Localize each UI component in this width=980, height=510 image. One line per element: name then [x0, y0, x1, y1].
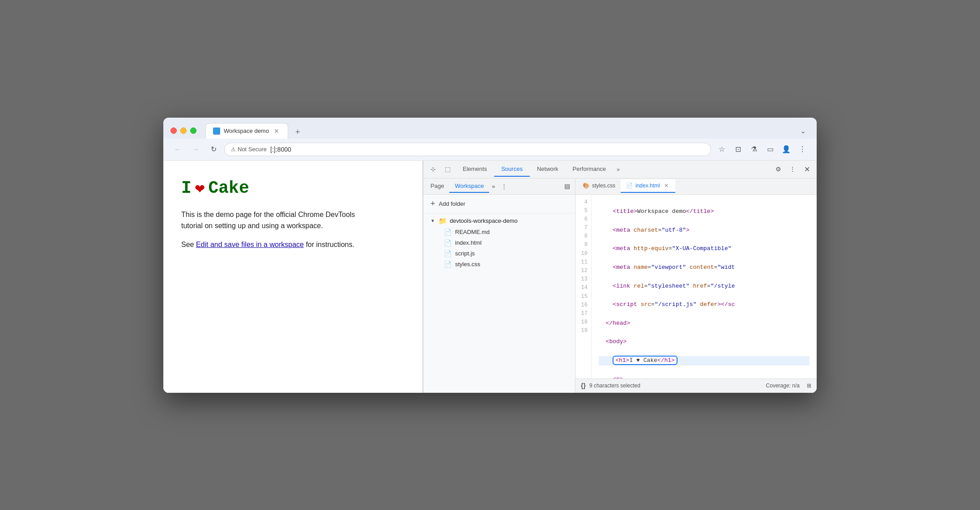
devtools-close-button[interactable]: ✕ — [801, 163, 813, 175]
status-left: {} 9 characters selected — [581, 382, 640, 389]
page-tab[interactable]: Page — [425, 180, 449, 193]
index-html-file-icon: 📄 — [626, 183, 633, 189]
title-bar: 🌐 Workspace demo ✕ + ⌄ — [163, 118, 817, 139]
sidebar-icon: ▤ — [564, 183, 570, 190]
file-indexhtml-name: index.html — [455, 239, 481, 246]
settings-icon: ⚙ — [775, 166, 781, 173]
heart-icon: ❤ — [195, 178, 205, 198]
folder-name: devtools-workspace-demo — [450, 217, 518, 224]
js-file-icon: 📄 — [444, 250, 452, 257]
tab-sources[interactable]: Sources — [494, 162, 530, 177]
code-tab-index-html[interactable]: 📄 index.html ✕ — [621, 179, 675, 193]
sources-sidebar: Page Workspace » ⋮ ▤ + Add — [423, 178, 575, 393]
code-tab-styles-css[interactable]: 🎨 styles.css — [577, 180, 621, 192]
traffic-lights — [170, 128, 196, 134]
devtools-body: Page Workspace » ⋮ ▤ + Add — [423, 178, 817, 393]
refresh-button[interactable]: ↻ — [206, 142, 221, 157]
devtools-status-bar: {} 9 characters selected Coverage: n/a ⊞ — [575, 378, 817, 393]
maximize-window-button[interactable] — [190, 128, 196, 134]
nav-action-icons: ☆ ⊡ ⚗ ▭ 👤 ⋮ — [715, 142, 810, 157]
devtools-tabs: Elements Sources Network Performance » — [456, 162, 770, 177]
close-tab-button[interactable]: ✕ — [663, 182, 670, 189]
not-secure-label: Not Secure — [238, 146, 267, 153]
workspace-link[interactable]: Edit and save files in a workspace — [196, 241, 304, 248]
styles-css-file-icon: 🎨 — [583, 183, 589, 189]
code-content[interactable]: 4 5 6 7 8 9 10 11 12 13 14 15 16 — [575, 195, 817, 378]
workspace-folder[interactable]: ▼ 📁 devtools-workspace-demo — [423, 215, 575, 227]
devtools-panel: ⊹ ⬚ Elements Sources Network — [423, 161, 817, 393]
devtools-menu-button[interactable]: ⋮ — [786, 163, 799, 175]
file-styles-css[interactable]: 📄 styles.css — [423, 259, 575, 270]
page-heading: I ❤ Cake — [181, 178, 405, 198]
sidebar-more-button[interactable]: » — [489, 181, 498, 191]
devtools-menu-icon: ⋮ — [789, 166, 796, 173]
extensions-button[interactable]: ⊡ — [731, 142, 745, 157]
index-html-tab-label: index.html — [635, 183, 660, 189]
body-p2-prefix: See — [181, 241, 196, 248]
profile-button[interactable]: 👤 — [779, 142, 793, 157]
sidebar-menu-button[interactable]: ⋮ — [499, 181, 510, 191]
close-icon: ✕ — [804, 165, 810, 174]
bookmark-button[interactable]: ☆ — [715, 142, 729, 157]
html-file-icon: 📄 — [444, 239, 452, 246]
body-p2-suffix: for instructions. — [304, 241, 354, 248]
file-tree: ▼ 📁 devtools-workspace-demo 📄 README.md … — [423, 213, 575, 393]
page-paragraph-2: See Edit and save files in a workspace f… — [181, 239, 378, 251]
new-tab-button[interactable]: + — [292, 126, 304, 139]
file-index-html[interactable]: 📄 index.html — [423, 238, 575, 248]
more-tabs-button[interactable]: » — [613, 164, 623, 174]
address-text: [:]:8000 — [270, 146, 291, 153]
tab-elements[interactable]: Elements — [456, 162, 494, 177]
sidebar-toggle-button[interactable]: ▤ — [561, 180, 573, 192]
page-paragraph-1: This is the demo page for the official C… — [181, 209, 378, 232]
devtools-toolbar: ⊹ ⬚ Elements Sources Network — [423, 161, 817, 178]
heading-prefix: I — [181, 178, 192, 198]
line-numbers: 4 5 6 7 8 9 10 11 12 13 14 15 16 — [575, 195, 592, 378]
tab-performance[interactable]: Performance — [566, 162, 613, 177]
cursor-tool-button[interactable]: ⊹ — [427, 163, 439, 175]
labs-button[interactable]: ⚗ — [747, 142, 761, 157]
coverage-label: Coverage: n/a — [766, 382, 800, 389]
navigation-bar: ← → ↻ ⚠ Not Secure [:]:8000 ☆ ⊡ ⚗ — [163, 139, 817, 160]
format-icon[interactable]: {} — [581, 382, 586, 389]
page-content: I ❤ Cake This is the demo page for the o… — [163, 161, 423, 393]
file-script-js[interactable]: 📄 script.js — [423, 248, 575, 259]
workspace-tab[interactable]: Workspace — [449, 180, 489, 193]
back-button[interactable]: ← — [170, 142, 185, 157]
status-right: Coverage: n/a ⊞ — [766, 382, 811, 389]
active-tab[interactable]: 🌐 Workspace demo ✕ — [205, 123, 288, 139]
reading-list-button[interactable]: ▭ — [763, 142, 777, 157]
tab-title: Workspace demo — [224, 128, 269, 134]
selected-chars-label: 9 characters selected — [589, 382, 640, 389]
folder-icon: 📁 — [439, 217, 447, 225]
browser-tabs: 🌐 Workspace demo ✕ + — [205, 123, 791, 139]
plus-icon: + — [430, 199, 435, 208]
inspect-element-button[interactable]: ⬚ — [441, 163, 454, 175]
chrome-menu-button[interactable]: ⋮ — [795, 142, 810, 157]
add-folder-label: Add folder — [439, 200, 465, 207]
code-lines: <title>Workspace demo</title> <meta char… — [592, 195, 817, 378]
tab-network[interactable]: Network — [530, 162, 566, 177]
not-secure-indicator: ⚠ Not Secure — [231, 146, 267, 153]
md-file-icon: 📄 — [444, 229, 452, 236]
file-stylescss-name: styles.css — [455, 261, 480, 268]
add-folder-button[interactable]: + Add folder — [423, 195, 575, 213]
code-editor-tabs: 🎨 styles.css 📄 index.html ✕ — [575, 178, 817, 195]
main-area: I ❤ Cake This is the demo page for the o… — [163, 160, 817, 393]
tab-close-button[interactable]: ✕ — [273, 127, 281, 135]
styles-css-tab-label: styles.css — [592, 183, 615, 189]
forward-button[interactable]: → — [188, 142, 203, 157]
devtools-settings-button[interactable]: ⚙ — [772, 163, 784, 175]
inspect-icon: ⬚ — [445, 166, 451, 173]
screenshot-icon[interactable]: ⊞ — [807, 382, 811, 389]
browser-window: 🌐 Workspace demo ✕ + ⌄ ← → ↻ ⚠ Not Secur… — [163, 118, 817, 393]
tab-dropdown-button[interactable]: ⌄ — [797, 125, 810, 137]
close-window-button[interactable] — [170, 128, 177, 134]
page-body: This is the demo page for the official C… — [181, 209, 378, 251]
file-readme-name: README.md — [455, 229, 490, 235]
cursor-icon: ⊹ — [430, 166, 436, 173]
minimize-window-button[interactable] — [180, 128, 187, 134]
address-bar[interactable]: ⚠ Not Secure [:]:8000 — [224, 143, 711, 156]
folder-arrow-icon: ▼ — [430, 218, 436, 223]
file-readme[interactable]: 📄 README.md — [423, 227, 575, 238]
